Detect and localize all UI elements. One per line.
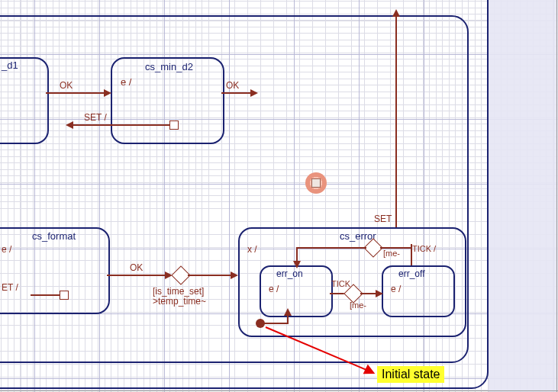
move-handle-icon [311, 178, 321, 188]
state-err-on-entry: e / [269, 284, 279, 294]
state-cs-format-label: cs_format [32, 230, 76, 242]
state-d1-label: _d1 [2, 59, 18, 71]
label-ok-2: OK [226, 80, 239, 91]
arrow-d2-self [66, 121, 73, 129]
frame-right [556, 0, 557, 392]
label-tick-slash: TICK / [412, 244, 436, 253]
state-cs-min-d2-entry: e / [121, 76, 131, 88]
diagram-canvas[interactable]: Setting _d1 cs_min_d2 e / OK OK SET / cs… [0, 0, 558, 392]
trans-format-out[interactable] [107, 275, 166, 276]
label-set-slash: SET / [84, 112, 107, 123]
trans-junc-error[interactable] [188, 275, 232, 276]
state-err-off-entry: e / [391, 284, 401, 294]
state-cs-format-entry: e / [2, 244, 11, 255]
trans-set-exit[interactable] [395, 15, 397, 227]
label-me-low: [me- [350, 300, 366, 310]
arrow-d1-d2 [104, 89, 111, 97]
trans-d2-self[interactable] [73, 124, 169, 126]
annotation-initial-state: Initial state [377, 366, 444, 383]
label-set: SET [374, 214, 392, 224]
trans-on-off-b[interactable] [360, 293, 377, 294]
label-tick: TICK [331, 279, 350, 288]
state-err-off-label: err_off [398, 268, 424, 279]
label-ok-1: OK [60, 80, 73, 91]
label-me-up: [me- [383, 249, 400, 258]
label-ok-3: OK [130, 262, 143, 273]
label-guard: [is_time_set]>temp_time~ [153, 287, 206, 307]
arrow-d2-out [250, 89, 258, 97]
frame-bottom [0, 390, 558, 391]
state-cs-min-d2-label: cs_min_d2 [145, 61, 193, 72]
state-err-on-label: err_on [276, 268, 303, 279]
trans-d2-out[interactable] [221, 92, 252, 94]
arrow-off-on [293, 261, 301, 268]
arrow-junc-error [231, 272, 238, 279]
arrow-on-off [376, 290, 383, 297]
label-et-slash: ET / [2, 282, 18, 293]
state-cs-error-entry: x / [247, 244, 257, 255]
trans-off-on-b[interactable] [296, 247, 366, 249]
trans-d1-d2[interactable] [46, 92, 105, 94]
arrow-init [284, 308, 292, 316]
move-handle[interactable] [305, 172, 327, 194]
arrow-set-exit [392, 9, 400, 17]
trans-init-a[interactable] [264, 323, 287, 324]
terminator-d2-self[interactable] [169, 120, 179, 130]
terminator-format-self[interactable] [60, 291, 69, 300]
trans-format-self[interactable] [31, 294, 60, 296]
right-gutter [489, 0, 558, 392]
